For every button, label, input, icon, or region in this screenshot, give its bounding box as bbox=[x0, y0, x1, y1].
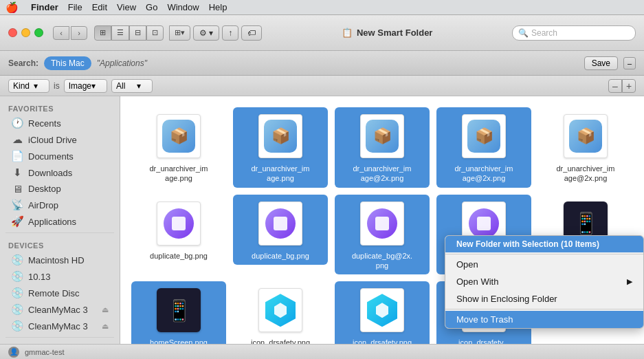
status-bar: 👤 gmmac-test bbox=[0, 344, 644, 359]
recents-icon: 🕐 bbox=[11, 117, 23, 129]
menu-finder[interactable]: Finder bbox=[31, 2, 58, 12]
action-button[interactable]: ⚙ ▾ bbox=[193, 25, 219, 41]
file-item[interactable]: duplicate_bg@2x.png bbox=[335, 195, 430, 275]
search-close-button[interactable]: – bbox=[623, 57, 636, 69]
context-menu-divider-2 bbox=[445, 309, 643, 309]
share-button[interactable]: ↑ bbox=[222, 25, 238, 41]
file-thumbnail bbox=[154, 199, 203, 248]
file-thumbnail bbox=[357, 285, 407, 335]
eject-icon-1[interactable]: ⏏ bbox=[102, 305, 109, 314]
menu-file[interactable]: File bbox=[68, 2, 82, 12]
apple-menu[interactable]: 🍎 bbox=[5, 1, 19, 14]
file-item[interactable]: 📦 dr_unarchiver_image.png bbox=[131, 107, 226, 188]
airdrop-label: AirDrop bbox=[28, 200, 58, 210]
file-item[interactable]: 📦 dr_unarchiver_image@2x.png bbox=[538, 107, 633, 188]
close-button[interactable] bbox=[8, 28, 17, 37]
sidebar-item-macintosh-hd[interactable]: 💿 Macintosh HD bbox=[3, 252, 117, 268]
folder-icon: 📋 bbox=[342, 28, 353, 38]
file-item[interactable]: 📦 dr_unarchiver_image.png bbox=[233, 107, 328, 188]
menu-go[interactable]: Go bbox=[146, 2, 157, 12]
downloads-icon: ⬇ bbox=[11, 166, 23, 179]
sidebar-item-documents[interactable]: 📄 Documents bbox=[3, 148, 117, 164]
eject-icon-2[interactable]: ⏏ bbox=[102, 322, 109, 331]
submenu-arrow-icon: ▶ bbox=[627, 277, 632, 286]
sidebar-item-cleanmymac-1[interactable]: 💿 CleanMyMac 3 ⏏ bbox=[3, 301, 117, 318]
context-menu-item-trash[interactable]: Move to Trash bbox=[445, 311, 643, 328]
downloads-label: Downloads bbox=[28, 168, 72, 178]
search-placeholder: Search bbox=[531, 28, 557, 38]
back-button[interactable]: ‹ bbox=[53, 26, 69, 40]
remote-disc-label: Remote Disc bbox=[28, 288, 79, 298]
arrange-button[interactable]: ⊞▾ bbox=[169, 25, 190, 41]
kind-filter[interactable]: Kind▾ bbox=[8, 79, 49, 93]
file-thumbnail: 📱 bbox=[154, 285, 203, 335]
file-label: duplicate_bg@2x.png bbox=[351, 251, 413, 271]
file-item[interactable]: duplicate_bg.png bbox=[233, 195, 328, 265]
file-item[interactable]: 📦 dr_unarchiver_image@2x.png bbox=[436, 107, 531, 188]
context-menu-item-open-with[interactable]: Open With ▶ bbox=[445, 273, 643, 290]
icloud-label: iCloud Drive bbox=[28, 135, 77, 145]
window-title-text: New Smart Folder bbox=[357, 28, 433, 38]
context-menu-item-new-folder[interactable]: New Folder with Selection (10 Items) bbox=[445, 236, 643, 252]
view-icon-button[interactable]: ⊞ bbox=[94, 25, 111, 41]
sidebar-divider-2 bbox=[5, 337, 114, 338]
sidebar-item-remote-disc[interactable]: 💿 Remote Disc bbox=[3, 285, 117, 301]
sidebar-item-applications[interactable]: 🚀 Applications bbox=[3, 213, 117, 230]
recents-label: Recents bbox=[28, 118, 61, 129]
documents-icon: 📄 bbox=[11, 150, 23, 162]
file-thumbnail: 📦 bbox=[561, 111, 610, 161]
view-cover-button[interactable]: ⊡ bbox=[146, 25, 164, 41]
forward-button[interactable]: › bbox=[71, 26, 87, 40]
file-item[interactable]: 📱 homeScreen.png bbox=[131, 281, 226, 344]
sidebar-item-desktop[interactable]: 🖥 Desktop bbox=[3, 181, 117, 197]
filter-plus-button[interactable]: + bbox=[622, 79, 636, 93]
context-menu-item-open[interactable]: Open bbox=[445, 256, 643, 273]
file-label: dr_unarchiver_image.png bbox=[249, 164, 311, 184]
sidebar-divider-1 bbox=[5, 232, 114, 233]
filter-minus-button[interactable]: – bbox=[608, 79, 622, 93]
minimize-button[interactable] bbox=[21, 28, 30, 37]
menu-window[interactable]: Window bbox=[167, 2, 199, 12]
view-list-button[interactable]: ☰ bbox=[111, 25, 129, 41]
save-button[interactable]: Save bbox=[584, 56, 618, 70]
main-content: Favorites 🕐 Recents ☁ iCloud Drive 📄 Doc… bbox=[0, 96, 644, 344]
file-item[interactable]: icon_drsafety.png bbox=[335, 281, 430, 344]
tag-button[interactable]: 🏷 bbox=[241, 25, 262, 41]
traffic-lights bbox=[8, 28, 43, 37]
icloud-icon: ☁ bbox=[11, 133, 23, 146]
is-label: is bbox=[54, 81, 60, 91]
menu-help[interactable]: Help bbox=[209, 2, 227, 12]
sidebar-item-cleanmymac-2[interactable]: 💿 CleanMyMac 3 ⏏ bbox=[3, 318, 117, 334]
nav-arrows: ‹ › bbox=[53, 26, 87, 40]
sidebar-item-recents[interactable]: 🕐 Recents bbox=[3, 115, 117, 131]
file-label: dr_unarchiver_image@2x.png bbox=[555, 164, 617, 184]
sidebar-item-downloads[interactable]: ⬇ Downloads bbox=[3, 164, 117, 181]
file-thumbnail: 📦 bbox=[459, 111, 509, 161]
filter-bar: Kind▾ is Image▾ All▾ – + bbox=[0, 76, 644, 96]
cleanmymac2-label: CleanMyMac 3 bbox=[28, 321, 88, 331]
sidebar-item-10-13[interactable]: 💿 10.13 bbox=[3, 268, 117, 285]
file-item[interactable]: duplicate_bg.png bbox=[131, 195, 226, 265]
search-icon: 🔍 bbox=[518, 28, 529, 38]
sidebar-item-airdrop[interactable]: 📡 AirDrop bbox=[3, 197, 117, 213]
search-scope-button[interactable]: This Mac bbox=[44, 56, 91, 70]
documents-label: Documents bbox=[28, 151, 74, 162]
maximize-button[interactable] bbox=[34, 28, 43, 37]
all-filter[interactable]: All▾ bbox=[111, 79, 153, 93]
type-filter[interactable]: Image▾ bbox=[64, 79, 107, 93]
file-label: icon_drsafety.png bbox=[251, 338, 310, 344]
desktop-icon: 🖥 bbox=[11, 183, 23, 195]
file-item[interactable]: 📦 dr_unarchiver_image@2x.png bbox=[335, 107, 430, 188]
toolbar-view-buttons: ⊞ ☰ ⊟ ⊡ ⊞▾ ⚙ ▾ ↑ 🏷 bbox=[94, 25, 262, 41]
context-menu-item-show-enclosing[interactable]: Show in Enclosing Folder bbox=[445, 290, 643, 307]
status-user-text: gmmac-test bbox=[25, 348, 64, 356]
airdrop-icon: 📡 bbox=[11, 199, 23, 211]
menu-edit[interactable]: Edit bbox=[92, 2, 107, 12]
menu-view[interactable]: View bbox=[117, 2, 136, 12]
sidebar-item-icloud[interactable]: ☁ iCloud Drive bbox=[3, 131, 117, 148]
file-label: icon_drsafety... bbox=[458, 338, 509, 344]
file-item[interactable]: icon_drsafety.png bbox=[233, 281, 328, 344]
view-column-button[interactable]: ⊟ bbox=[129, 25, 146, 41]
file-thumbnail: 📦 bbox=[357, 111, 407, 161]
search-box[interactable]: 🔍 Search bbox=[512, 25, 636, 41]
